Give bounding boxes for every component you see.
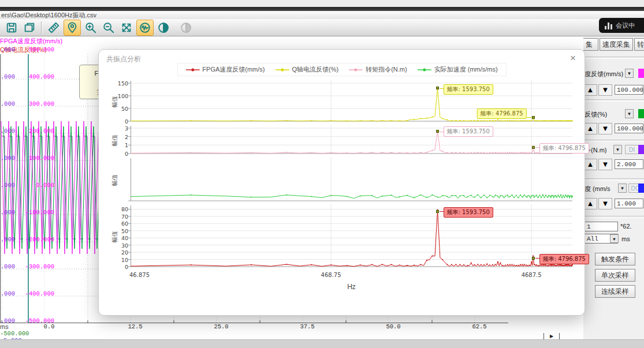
scale-value-3[interactable]: 1.000 (615, 199, 643, 208)
legend-item[interactable]: 转矩指令(N.m) (349, 65, 407, 74)
channel-color-swatch-2 (638, 145, 644, 154)
scale-value-1[interactable]: 100.000 (615, 124, 643, 133)
range-select-arrow[interactable]: ▼ (610, 234, 619, 243)
scale-value-2[interactable]: 2.000 (615, 159, 643, 169)
separator (583, 178, 644, 181)
scale-down-button-3[interactable]: ▼ (598, 198, 612, 209)
y-tick-label: 500.000 (24, 46, 54, 53)
pin-icon[interactable] (64, 20, 81, 36)
y-tick-label: 400.000 (24, 73, 54, 80)
frequency-annotation: 频率: 4796.875 (539, 254, 589, 264)
scale-value-0[interactable]: 100.000 (615, 85, 643, 95)
zoom-out-icon[interactable] (100, 20, 117, 35)
annotation-point-marker (436, 210, 439, 213)
far-left-tick-label: .000 (0, 182, 15, 189)
scale-down-button-2[interactable]: ▼ (598, 159, 612, 170)
spectrum-ytick: 30 (109, 242, 128, 249)
window-icon[interactable] (21, 20, 38, 35)
bottom-strip (0, 339, 644, 348)
far-left-tick-label: .000 (0, 290, 15, 297)
acq-button-2[interactable]: 转矩 (634, 38, 644, 51)
y-tick-label: 200.000 (24, 128, 54, 134)
annotation-point-marker (532, 146, 535, 149)
acq-button-1[interactable]: 速度采集 (600, 38, 633, 51)
separator (583, 140, 644, 142)
annotation-point-marker (532, 116, 535, 119)
scale-up-button-3[interactable]: ▲ (583, 198, 597, 209)
channel-dropdown-3[interactable]: ▼ (618, 184, 627, 193)
channel-dropdown-1[interactable]: ▼ (625, 109, 634, 118)
h-scrollbar[interactable]: ▶ (544, 333, 560, 339)
legend-marker (418, 68, 431, 72)
right-control-panel: 集速度采集转矩度反馈(mm/s)▼▲▼100.000反馈(%)▼▲▼100.00… (583, 37, 644, 339)
contrast-icon[interactable] (155, 20, 172, 35)
waveform-icon[interactable] (136, 20, 154, 36)
legend-marker (276, 68, 289, 72)
spectrum-xtick: 46.875 (129, 272, 150, 278)
save-icon[interactable] (3, 20, 20, 35)
legend-item[interactable]: Q轴电流反馈(%) (276, 65, 339, 74)
spectrum-ytick: 80 (109, 206, 128, 212)
range-unit-label: ms (621, 235, 630, 242)
spectrum-ytick: 0 (109, 118, 128, 125)
legend-item[interactable]: FPGA速度反馈(mm/s) (185, 65, 265, 74)
range-select[interactable]: All▼ (585, 234, 618, 244)
scale-up-button-0[interactable]: ▲ (583, 84, 597, 96)
y-tick-label: 100.000 (24, 155, 54, 162)
zoom-in-icon[interactable] (83, 20, 99, 35)
channel-color-swatch-3 (638, 184, 644, 193)
meeting-label: 会议中 (616, 21, 635, 30)
y-tick-label: 300.000 (24, 100, 54, 107)
acq-button-0[interactable]: 集 (583, 38, 598, 51)
annotation-point-marker (532, 257, 535, 260)
separator (583, 99, 644, 102)
expand-icon[interactable] (118, 20, 135, 35)
close-icon[interactable]: × (570, 53, 576, 64)
command-button-1[interactable]: 单次采样 (595, 269, 635, 282)
annotation-leader (527, 117, 532, 118)
toolbar-separator (41, 21, 42, 34)
sample-count-input[interactable]: 1 (585, 222, 618, 231)
spectrum-ytick: 0 (109, 151, 128, 157)
spectrum-ytick: 3 (109, 125, 128, 132)
io-button-DI[interactable]: DI (625, 145, 639, 154)
x-tick-label: 37.5 (295, 323, 320, 330)
contrast-disabled-icon[interactable] (178, 20, 194, 35)
far-left-tick-label: .000 (0, 263, 15, 270)
chart-legend: FPGA速度反馈(mm/s)Q轴电流反馈(%)转矩指令(N.m)实际加速度 (m… (177, 63, 506, 76)
meeting-indicator[interactable]: 会议中 (599, 18, 644, 33)
sample-mult-label: *62. (620, 223, 632, 230)
far-left-tick-label: .000 (0, 236, 15, 243)
scale-down-button-0[interactable]: ▼ (598, 84, 612, 96)
spectrum-ytick: 60 (109, 220, 128, 227)
y-tick-label: -200.000 (24, 236, 54, 243)
spectrum-ytick: 10 (109, 257, 128, 263)
spectrum-subplot-0: 频率: 1593.750频率: 4796.875 (131, 80, 572, 124)
command-button-0[interactable]: 触发条件 (595, 253, 635, 265)
window-titlebar: ers\Gao\Desktop\1600Hz振动.csv (0, 11, 644, 19)
legend-marker (349, 68, 363, 72)
scale-up-button-1[interactable]: ▲ (583, 123, 597, 134)
scale-up-button-2[interactable]: ▲ (583, 159, 597, 170)
legend-item[interactable]: 实际加速度 (mm/s/ms) (418, 65, 498, 74)
annotation-leader (440, 211, 444, 212)
command-button-2[interactable]: 连续采样 (595, 285, 635, 298)
x-tick-label: 0.0 (36, 323, 62, 330)
far-left-tick-label: .000 (0, 73, 15, 80)
channel-label-0: 度反馈(mm/s) (585, 70, 623, 78)
spectrum-xtick: 468.75 (317, 272, 345, 278)
channel-dropdown-0[interactable]: ▼ (625, 69, 634, 78)
window-title-path: ers\Gao\Desktop\1600Hz振动.csv (1, 12, 96, 18)
ruler-icon[interactable] (46, 20, 62, 35)
far-left-tick-label: .000 (0, 128, 15, 134)
spectrum-subplot-3: 频率: 1593.750频率: 4796.875 (131, 204, 572, 269)
channel-dropdown-2[interactable]: ▼ (613, 145, 622, 154)
scale-down-button-1[interactable]: ▼ (598, 123, 612, 134)
x-axis-title: ms (0, 323, 583, 330)
legend-marker (185, 68, 199, 72)
annotation-leader (535, 147, 539, 148)
top-dark-strip (0, 7, 644, 11)
spectrum-subplot-2 (131, 157, 572, 203)
spectrum-ytick: 150 (109, 80, 128, 87)
spectrum-ytick: 20 (109, 249, 128, 256)
